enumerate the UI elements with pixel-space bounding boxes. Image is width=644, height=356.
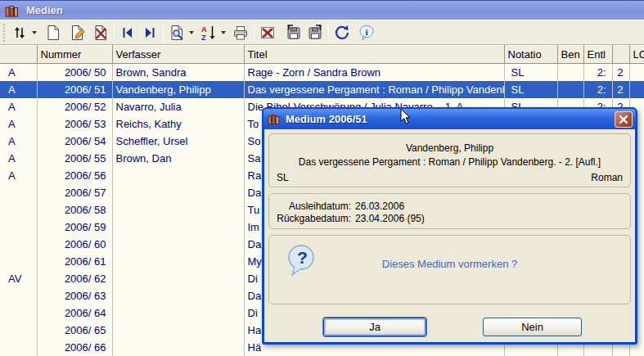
cell-nummer: 2006/ 63	[37, 287, 112, 304]
refresh-button[interactable]	[332, 23, 352, 43]
no-button[interactable]: Nein	[483, 318, 582, 336]
column-header[interactable]: LC	[629, 46, 644, 64]
cell-verfasser: Brown, Dan	[112, 150, 244, 167]
edit-record-button[interactable]	[68, 23, 88, 43]
first-record-icon	[120, 26, 135, 39]
cell-code	[0, 184, 37, 201]
cell-ben	[557, 64, 583, 81]
record-swap-dropdown[interactable]	[29, 23, 38, 43]
dialog-titlebar[interactable]: Medium 2006/51	[263, 109, 636, 129]
new-record-button[interactable]	[43, 23, 63, 43]
close-button[interactable]	[615, 111, 633, 128]
books-icon	[268, 113, 281, 125]
return-date-label: Rückgabedatum:	[269, 213, 351, 225]
search-icon	[169, 25, 185, 41]
cell-code	[0, 236, 37, 253]
cell-verfasser	[112, 219, 244, 236]
sort-dropdown[interactable]	[218, 23, 227, 43]
cell-nummer: 2006/ 64	[37, 304, 112, 322]
dialog-title: Medium 2006/51	[286, 113, 610, 125]
column-header[interactable]: Notatio	[504, 46, 557, 64]
table-row[interactable]: A2006/ 51Vandenberg, PhilippDas vergesse…	[0, 81, 644, 98]
cell-verfasser: Brown, Sandra	[112, 64, 244, 81]
cell-verfasser	[112, 339, 244, 356]
cell-code: A	[0, 98, 37, 115]
cell-nummer: 2006/ 66	[37, 339, 112, 356]
loan-info-panel: Ausleihdatum: 26.03.2006 Rückgabedatum: …	[268, 193, 631, 229]
cell-nummer: 2006/ 61	[37, 253, 112, 270]
cell-titel: Rage - Zorn / Sandra Brown	[244, 64, 504, 81]
svg-text:i: i	[365, 26, 367, 36]
delete-document-icon	[92, 25, 109, 41]
find-dropdown[interactable]	[187, 23, 196, 43]
cell-nummer: 2006/ 50	[37, 64, 112, 81]
edit-document-icon	[70, 25, 86, 41]
last-record-button[interactable]	[140, 23, 160, 43]
column-header[interactable]: Ben	[557, 46, 583, 64]
first-record-button[interactable]	[118, 23, 137, 43]
cell-entl: 2:	[583, 81, 612, 98]
cell-code	[0, 339, 37, 356]
info-button[interactable]: i	[357, 23, 376, 43]
sort-az-icon: A Z	[200, 25, 217, 41]
table-delete-icon	[259, 25, 276, 41]
column-header[interactable]: Verfasser	[112, 46, 244, 64]
chevron-down-icon	[32, 31, 37, 34]
save-file-button[interactable]	[305, 23, 325, 43]
return-date-value: 23.04.2006 (95)	[351, 213, 425, 225]
cell-code: A	[0, 150, 37, 167]
close-icon	[619, 115, 628, 124]
checkout-date-label: Ausleihdatum:	[269, 201, 351, 213]
cell-lc	[629, 81, 644, 98]
printer-icon	[232, 25, 249, 41]
column-header[interactable]: Nummer	[37, 46, 112, 64]
window-titlebar: Medien	[0, 0, 644, 20]
sort-button[interactable]: A Z	[199, 23, 218, 43]
column-header[interactable]	[0, 46, 37, 64]
chevron-down-icon	[189, 31, 194, 34]
toolbar-separator	[114, 24, 115, 42]
record-swap-icon	[12, 25, 27, 40]
cell-verfasser	[112, 304, 244, 322]
cell-verfasser	[112, 201, 244, 219]
cell-code	[0, 253, 37, 270]
refresh-icon	[334, 25, 350, 41]
toolbar-separator	[254, 24, 254, 42]
cell-verfasser: Reichs, Kathy	[112, 115, 244, 133]
toolbar: A Z	[0, 20, 644, 45]
cell-nummer: 2006/ 60	[37, 236, 112, 253]
books-icon	[5, 4, 20, 17]
cell-nummer: 2006/ 51	[37, 81, 112, 98]
cell-code	[0, 304, 37, 322]
cell-nummer: 2006/ 56	[37, 167, 112, 184]
print-button[interactable]	[231, 23, 250, 43]
yes-button[interactable]: Ja	[323, 318, 426, 336]
cell-code	[0, 219, 37, 236]
medien-window: Medien	[0, 0, 644, 356]
cell-count: 2	[612, 64, 629, 81]
cell-nummer: 2006/ 62	[37, 270, 112, 287]
new-document-icon	[45, 25, 61, 41]
svg-text:Z: Z	[201, 33, 206, 41]
cell-verfasser: Navarro, Julia	[112, 98, 244, 115]
column-header[interactable]: Entl	[583, 46, 612, 64]
cell-verfasser	[112, 270, 244, 287]
delete-list-button[interactable]	[258, 23, 277, 43]
column-header[interactable]: Titel	[244, 46, 504, 64]
cell-nummer: 2006/ 55	[37, 150, 112, 167]
toolbar-separator	[163, 24, 164, 42]
table-row[interactable]: A2006/ 50Brown, SandraRage - Zorn / Sand…	[0, 64, 644, 81]
cell-code	[0, 322, 37, 339]
cell-verfasser	[112, 287, 244, 304]
last-record-icon	[142, 26, 157, 39]
media-notation: SL	[277, 171, 289, 185]
cell-verfasser: Scheffler, Ursel	[112, 133, 244, 150]
cell-ben	[557, 81, 583, 98]
find-record-button[interactable]	[167, 23, 187, 43]
load-file-button[interactable]	[284, 23, 304, 43]
record-swap-button[interactable]	[10, 23, 29, 43]
toolbar-grip[interactable]	[2, 24, 7, 42]
column-header[interactable]	[612, 46, 629, 64]
cell-titel: Das vergessene Pergament : Roman / Phili…	[244, 81, 504, 98]
delete-record-button[interactable]	[91, 23, 110, 43]
